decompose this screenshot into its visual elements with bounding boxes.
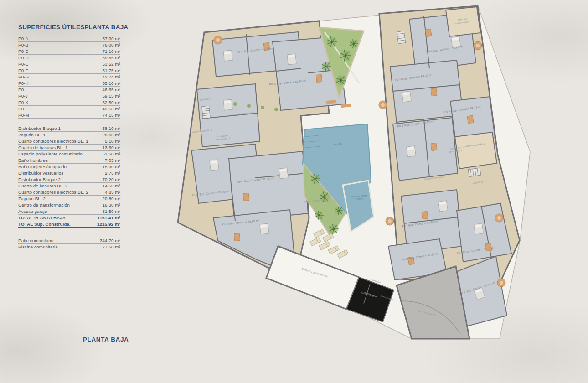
- table-furniture: [234, 233, 240, 241]
- table-furniture: [243, 193, 249, 201]
- bed-furniture: [407, 146, 416, 157]
- patio-table: [474, 41, 482, 50]
- table-furniture: [431, 143, 437, 151]
- patio-table: [495, 214, 503, 222]
- unit-c-room: [229, 151, 308, 221]
- bed-furniture: [279, 168, 288, 179]
- table-furniture: [467, 115, 474, 124]
- bed-furniture: [210, 160, 219, 171]
- table-furniture: [431, 88, 437, 96]
- bed-furniture: [287, 54, 296, 65]
- table-furniture: [316, 74, 322, 82]
- table-furniture: [425, 29, 432, 37]
- patio-table: [497, 279, 505, 287]
- patio-table: [214, 36, 222, 44]
- patio-table: [386, 217, 394, 225]
- bed-furniture: [402, 91, 412, 102]
- bed-furniture: [223, 99, 232, 110]
- planter-icon: [261, 106, 264, 109]
- planter-icon: [233, 102, 237, 106]
- planter-icon: [247, 104, 251, 108]
- planter-icon: [274, 108, 278, 111]
- bed-furniture: [474, 223, 484, 234]
- bed-furniture: [260, 223, 269, 234]
- bed-furniture: [223, 50, 232, 61]
- bed-furniture: [438, 201, 448, 212]
- table-furniture: [422, 211, 428, 219]
- floor-plan: P0-A Sup. Constr.= 67,65 m² P0-B Sup. Co…: [0, 0, 588, 383]
- patio-table: [379, 101, 387, 109]
